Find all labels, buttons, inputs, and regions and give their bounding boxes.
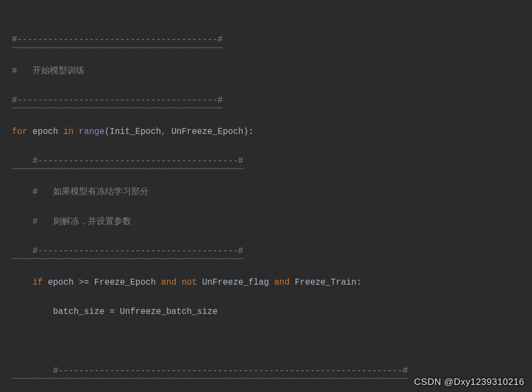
code-line: if epoch >= Freeze_Epoch and not UnFreez…	[0, 275, 532, 290]
kw-in: in	[63, 127, 74, 137]
code-line: # 则解冻，并设置参数	[0, 215, 532, 229]
comment-rule: #---------------------------------------…	[12, 244, 243, 260]
comment-rule: #---------------------------------------…	[12, 93, 223, 110]
code-line: #---------------------------------------…	[0, 244, 532, 260]
kw-not: not	[182, 278, 197, 287]
comment-rule: #---------------------------------------…	[12, 364, 408, 380]
comment-rule: #---------------------------------------…	[12, 154, 243, 170]
code-line: #---------------------------------------…	[0, 154, 532, 170]
code-line: batch_size = Unfreeze_batch_size	[0, 305, 532, 319]
code-line: # 如果模型有冻结学习部分	[0, 185, 532, 200]
kw-for: for	[12, 127, 27, 137]
code-editor[interactable]: #---------------------------------------…	[0, 0, 532, 392]
csdn-watermark: CSDN @Dxy1239310216	[414, 377, 524, 388]
kw-and: and	[161, 278, 176, 287]
code-line: #---------------------------------------…	[0, 93, 532, 110]
code-line: #---------------------------------------…	[0, 33, 532, 49]
kw-if: if	[12, 278, 43, 287]
kw-and: and	[274, 278, 290, 287]
builtin-range: range	[79, 127, 104, 137]
code-line: for epoch in range(Init_Epoch, UnFreeze_…	[0, 125, 532, 139]
blank-line	[0, 334, 532, 349]
comment-rule: #---------------------------------------…	[12, 33, 223, 49]
comment-text: 开始模型训练	[17, 66, 84, 76]
code-line: # 开始模型训练	[0, 64, 532, 79]
